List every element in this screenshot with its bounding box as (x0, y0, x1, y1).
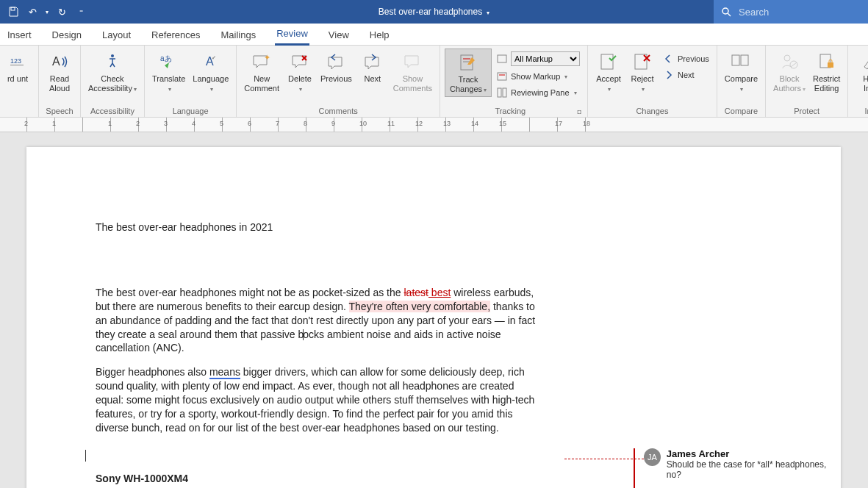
chevron-down-icon: ▾ (564, 73, 567, 80)
svg-rect-16 (498, 55, 506, 62)
new-comment-icon: ✦ (250, 50, 273, 73)
tab-design[interactable]: Design (51, 25, 83, 45)
cursor-indicator (85, 450, 86, 462)
document-page[interactable]: The best over-ear headphones in 2021 The… (26, 147, 841, 488)
undo-dropdown-icon[interactable]: ▾ (43, 3, 51, 21)
svg-rect-0 (11, 7, 15, 10)
group-language: aあ Translate▾ A✔ Language▾ Language (145, 46, 237, 117)
save-icon[interactable] (4, 3, 22, 21)
track-changes-icon (456, 51, 480, 74)
tab-insert[interactable]: Insert (6, 25, 33, 45)
comment-text[interactable]: Should be the case for *all* headphones,… (667, 459, 835, 480)
block-authors-button: Block Authors▾ (770, 49, 808, 94)
chevron-down-icon: ▾ (168, 86, 171, 93)
new-comment-button[interactable]: ✦ New Comment (241, 49, 282, 93)
svg-rect-25 (732, 55, 739, 65)
search-input[interactable] (739, 7, 861, 18)
doc-paragraph-2[interactable]: Bigger headphones also means bigger driv… (96, 365, 542, 434)
title-bar: ↶ ▾ ↻ ⁼ Best over-ear headphones (0, 0, 868, 24)
horizontal-ruler[interactable]: 21 123 456 789 101112 131415 1718 (0, 118, 868, 132)
read-aloud-icon: A (48, 50, 71, 73)
show-markup-button[interactable]: Show Markup▾ (493, 69, 583, 84)
delete-comment-button[interactable]: Delete▾ (284, 49, 316, 94)
accessibility-icon (101, 50, 124, 73)
restrict-editing-button[interactable]: Restrict Editing (810, 49, 843, 93)
tracking-launcher-icon[interactable]: ◘ (576, 108, 583, 116)
reviewing-pane-button[interactable]: Reviewing Pane▾ (493, 85, 583, 100)
hide-ink-button[interactable]: Hic Ink (853, 49, 868, 93)
accept-icon (597, 50, 620, 73)
track-changes-button[interactable]: Track Changes▾ (445, 49, 492, 97)
document-workspace[interactable]: The best over-ear headphones in 2021 The… (0, 132, 868, 488)
tab-review[interactable]: Review (275, 24, 309, 46)
tab-help[interactable]: Help (368, 25, 391, 45)
next-comment-button[interactable]: Next (356, 49, 389, 84)
chevron-down-icon: ▾ (210, 86, 213, 93)
chevron-down-icon: ▾ (134, 86, 137, 93)
comment-author: James Archer (667, 448, 835, 459)
group-protect: Block Authors▾ Restrict Editing Protect (766, 46, 848, 117)
display-for-review[interactable]: All Markup (493, 50, 583, 68)
group-speech: A Read Aloud Speech (39, 46, 81, 117)
block-authors-icon (778, 50, 801, 73)
svg-line-2 (728, 13, 731, 16)
previous-change-button[interactable]: Previous (660, 51, 712, 66)
show-markup-icon (496, 71, 508, 82)
comment-connector (564, 459, 644, 459)
svg-point-1 (722, 8, 728, 14)
tab-view[interactable]: View (327, 25, 351, 45)
previous-comment-button[interactable]: Previous (318, 49, 355, 84)
change-indicator-bar (634, 448, 635, 488)
reviewing-pane-icon (496, 87, 508, 98)
svg-line-29 (791, 62, 797, 67)
chevron-down-icon: ▾ (574, 90, 577, 96)
check-accessibility-button[interactable]: Check Accessibility▾ (85, 49, 140, 94)
inserted-text[interactable]: best (428, 287, 451, 298)
group-comments: ✦ New Comment Delete▾ Previous Next Show… (237, 46, 440, 117)
display-review-select[interactable]: All Markup (511, 51, 580, 66)
accept-button[interactable]: Accept▾ (592, 49, 625, 94)
chevron-down-icon: ▾ (299, 86, 302, 93)
doc-paragraph-1[interactable]: The best over-ear headphones might not b… (96, 286, 542, 355)
svg-text:✔: ✔ (212, 55, 216, 60)
svg-text:✦: ✦ (264, 53, 270, 62)
compare-button[interactable]: Compare▾ (722, 49, 761, 94)
search-box[interactable] (714, 0, 868, 24)
qat-customize-icon[interactable]: ⁼ (72, 3, 90, 21)
tab-mailings[interactable]: Mailings (220, 25, 258, 45)
chevron-down-icon: ▾ (608, 86, 611, 93)
reject-button[interactable]: Reject▾ (626, 49, 659, 94)
word-count-button[interactable]: 123 rd unt (1, 49, 34, 84)
doc-subheading[interactable]: Sony WH-1000XM4 (96, 472, 542, 486)
svg-rect-17 (498, 73, 506, 80)
next-comment-icon (361, 50, 384, 73)
document-title[interactable]: Best over-ear headphones (379, 7, 489, 17)
svg-rect-21 (601, 54, 613, 69)
ribbon: 123 rd unt A Read Aloud Speech Check Acc… (0, 46, 868, 118)
show-comments-icon (401, 50, 424, 73)
svg-point-6 (111, 54, 114, 57)
group-proofing-partial: 123 rd unt (0, 46, 39, 117)
translate-icon: aあ (157, 50, 181, 73)
deleted-text[interactable]: latest (403, 287, 428, 298)
commented-range[interactable]: They're often very comfortable, (349, 301, 491, 312)
display-review-icon (496, 53, 508, 65)
comment-balloon[interactable]: JA James Archer Should be the case for *… (644, 448, 835, 480)
ink-icon (857, 50, 868, 73)
undo-icon[interactable]: ↶ (24, 3, 41, 21)
document-body[interactable]: The best over-ear headphones in 2021 The… (96, 220, 542, 486)
language-icon: A✔ (199, 50, 223, 73)
next-change-button[interactable]: Next (660, 68, 712, 82)
group-compare: Compare▾ Compare (717, 46, 766, 117)
language-button[interactable]: A✔ Language▾ (190, 49, 232, 94)
tab-layout[interactable]: Layout (101, 25, 132, 45)
group-changes: Accept▾ Reject▾ Previous Next Changes (588, 46, 717, 117)
tab-references[interactable]: References (150, 25, 201, 45)
read-aloud-button[interactable]: A Read Aloud (43, 49, 76, 93)
previous-change-icon (663, 53, 675, 65)
delete-comment-icon (288, 50, 312, 73)
grammar-error[interactable]: means (209, 366, 240, 379)
translate-button[interactable]: aあ Translate▾ (149, 49, 188, 94)
redo-icon[interactable]: ↻ (53, 3, 71, 21)
doc-heading[interactable]: The best over-ear headphones in 2021 (96, 220, 542, 234)
